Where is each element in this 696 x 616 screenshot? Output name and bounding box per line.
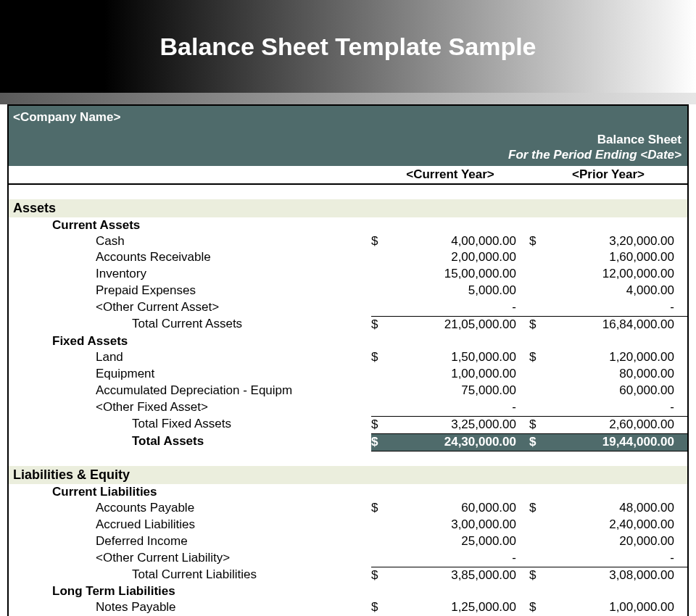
amount-value: 16,84,000.00 [548, 317, 687, 333]
amount-value: - [390, 299, 529, 316]
currency-symbol [529, 299, 548, 316]
line-item-label: Accrued Liabilities [9, 517, 371, 533]
currency-symbol: $ [371, 500, 390, 517]
currency-symbol [371, 299, 390, 316]
amount-value: 21,05,000.00 [390, 317, 529, 333]
currency-symbol [529, 383, 548, 399]
currency-symbol: $ [529, 417, 548, 433]
line-item-label: <Other Fixed Asset> [9, 399, 371, 416]
line-item: Prepaid Expenses5,000.004,000.00 [9, 283, 687, 299]
currency-symbol: $ [529, 233, 548, 250]
line-item-label: Equipment [9, 366, 371, 383]
amount-value: 4,000.00 [548, 283, 687, 299]
amount-value: 1,00,000.00 [548, 599, 687, 616]
line-item-label: Accumulated Depreciation - Equipm [9, 383, 371, 399]
line-item: Equipment1,00,000.0080,000.00 [9, 366, 687, 383]
amount-value: 1,60,000.00 [548, 249, 687, 266]
amount-value: 3,20,000.00 [548, 233, 687, 250]
amount-value: 15,00,000.00 [390, 266, 529, 283]
amount-value: - [548, 299, 687, 316]
line-item-label: Prepaid Expenses [9, 283, 371, 299]
amount-value: 3,00,000.00 [390, 517, 529, 533]
section-title: Assets [9, 199, 687, 217]
currency-symbol: $ [529, 349, 548, 366]
currency-symbol: $ [371, 434, 390, 451]
amount-value: - [390, 550, 529, 567]
line-item-label: <Other Current Asset> [9, 299, 371, 316]
currency-symbol: $ [529, 434, 548, 451]
banner: Balance Sheet Template Sample [0, 0, 696, 93]
line-item: <Other Fixed Asset>-- [9, 399, 687, 416]
amount-value: 48,000.00 [548, 500, 687, 517]
amount-value: 80,000.00 [548, 366, 687, 383]
group-total: Total Current Liabilities$3,85,000.00$3,… [9, 567, 687, 584]
currency-symbol: $ [371, 349, 390, 366]
amount-value: 2,40,000.00 [548, 517, 687, 533]
currency-symbol: $ [371, 567, 390, 584]
line-item-label: Deferred Income [9, 533, 371, 550]
amount-value: 1,50,000.00 [390, 349, 529, 366]
currency-symbol: $ [529, 317, 548, 333]
col-current-year: <Current Year> [371, 166, 529, 183]
banner-title: Balance Sheet Template Sample [160, 33, 536, 61]
line-item-label: Land [9, 349, 371, 366]
doc-title: Balance Sheet [13, 132, 682, 147]
sheet-header: <Company Name> Balance Sheet For the Per… [9, 106, 687, 166]
amount-value: 19,44,000.00 [548, 434, 687, 451]
line-item: Notes Payable$1,25,000.00$1,00,000.00 [9, 599, 687, 616]
currency-symbol: $ [371, 417, 390, 433]
grand-total-label: Total Assets [9, 433, 371, 451]
company-name: <Company Name> [13, 110, 682, 125]
amount-value: 60,000.00 [390, 500, 529, 517]
column-header-row: <Current Year> <Prior Year> [9, 166, 687, 185]
group-title: Long Term Liabilities [9, 583, 687, 599]
currency-symbol [371, 283, 390, 299]
amount-value: 1,00,000.00 [390, 366, 529, 383]
amount-value: - [390, 399, 529, 416]
group-total: Total Fixed Assets$3,25,000.00$2,60,000.… [9, 416, 687, 433]
currency-symbol [371, 266, 390, 283]
line-item: <Other Current Liability>-- [9, 550, 687, 567]
line-item: Accumulated Depreciation - Equipm75,000.… [9, 383, 687, 399]
line-item: Deferred Income25,000.0020,000.00 [9, 533, 687, 550]
section-grand-total: Total Assets$24,30,000.00$19,44,000.00 [9, 433, 687, 451]
col-prior-year: <Prior Year> [529, 166, 687, 183]
line-item-label: Accounts Receivable [9, 249, 371, 266]
currency-symbol [529, 366, 548, 383]
line-item: Accounts Payable$60,000.00$48,000.00 [9, 500, 687, 517]
group-total-label: Total Current Assets [9, 316, 371, 333]
line-item-label: Notes Payable [9, 599, 371, 616]
group-total: Total Current Assets$21,05,000.00$16,84,… [9, 316, 687, 333]
currency-symbol [371, 533, 390, 550]
currency-symbol [371, 383, 390, 399]
amount-value: 1,20,000.00 [548, 349, 687, 366]
amount-value: 1,25,000.00 [390, 599, 529, 616]
line-item-label: Inventory [9, 266, 371, 283]
amount-value: - [548, 550, 687, 567]
balance-sheet: <Company Name> Balance Sheet For the Per… [7, 104, 689, 616]
currency-symbol: $ [529, 500, 548, 517]
line-item: Inventory15,00,000.0012,00,000.00 [9, 266, 687, 283]
currency-symbol [529, 249, 548, 266]
currency-symbol: $ [371, 599, 390, 616]
group-total-label: Total Current Liabilities [9, 567, 371, 584]
amount-value: 75,000.00 [390, 383, 529, 399]
currency-symbol [371, 249, 390, 266]
currency-symbol: $ [529, 567, 548, 584]
gray-strip [0, 93, 696, 104]
amount-value: 3,25,000.00 [390, 417, 529, 433]
line-item-label: Cash [9, 233, 371, 250]
group-title: Fixed Assets [9, 333, 687, 349]
line-item-label: Accounts Payable [9, 500, 371, 517]
line-item: Accrued Liabilities3,00,000.002,40,000.0… [9, 517, 687, 533]
currency-symbol [529, 283, 548, 299]
currency-symbol [371, 366, 390, 383]
amount-value: 25,000.00 [390, 533, 529, 550]
group-total-label: Total Fixed Assets [9, 416, 371, 433]
line-item: <Other Current Asset>-- [9, 299, 687, 316]
currency-symbol [371, 550, 390, 567]
period-label: For the Period Ending <Date> [13, 147, 682, 162]
line-item: Land$1,50,000.00$1,20,000.00 [9, 349, 687, 366]
currency-symbol: $ [529, 599, 548, 616]
line-item: Accounts Receivable2,00,000.001,60,000.0… [9, 249, 687, 266]
